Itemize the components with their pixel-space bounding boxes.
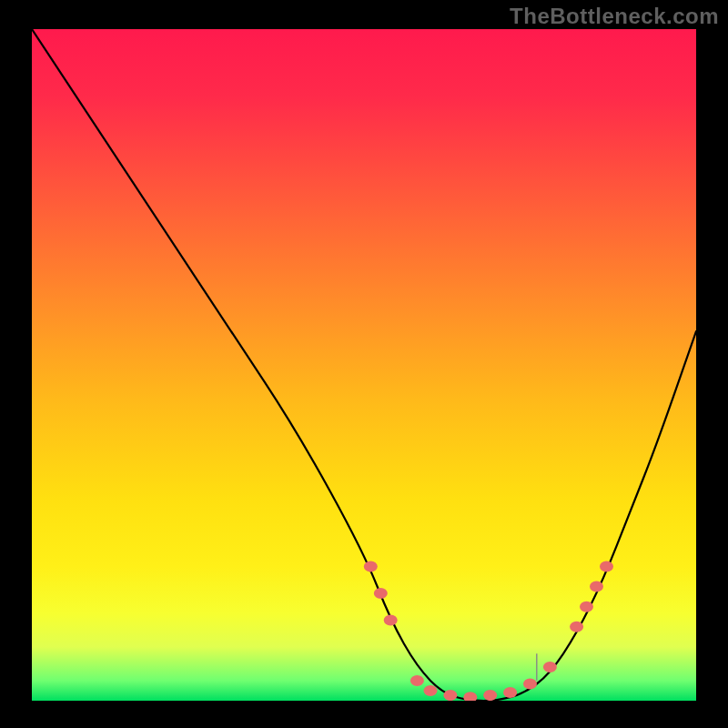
curve-marker	[483, 690, 497, 701]
curve-marker	[543, 662, 557, 672]
watermark-text: TheBottleneck.com	[510, 4, 719, 29]
curve-marker	[523, 679, 537, 690]
curve-marker	[364, 561, 378, 571]
curve-marker	[424, 685, 438, 696]
plot-area	[32, 29, 696, 701]
curve-marker	[600, 561, 613, 571]
curve-marker	[410, 675, 424, 686]
curve-marker	[384, 614, 398, 625]
curve-marker	[374, 588, 388, 599]
curve-marker	[463, 692, 477, 701]
bottleneck-curve-svg	[32, 29, 696, 701]
curve-marker	[443, 690, 457, 701]
curve-marker	[580, 602, 593, 612]
chart-frame: TheBottleneck.com	[0, 0, 728, 728]
curve-marker	[590, 581, 603, 592]
curve-marker	[570, 622, 583, 632]
bottleneck-curve-path	[32, 29, 696, 701]
marker-group	[364, 561, 613, 701]
curve-marker	[503, 687, 517, 698]
